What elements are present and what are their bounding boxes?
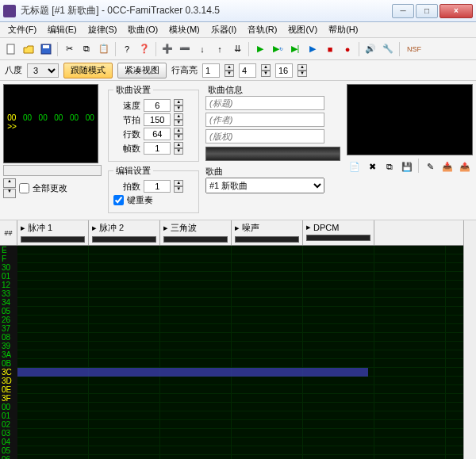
frame-scrollbar-h[interactable] <box>3 165 102 176</box>
tempo-up[interactable]: ▲ <box>174 113 183 120</box>
keyrepeat-label: 键重奏 <box>127 194 153 206</box>
chevron-right-icon: ▸ <box>163 223 168 233</box>
about-icon[interactable]: ? <box>119 41 135 57</box>
paste-icon[interactable]: 📋 <box>96 41 112 57</box>
play-icon[interactable]: ▶ <box>252 41 268 57</box>
menu-song[interactable]: 歌曲(O) <box>123 22 163 37</box>
save-file-icon[interactable] <box>38 41 54 57</box>
menu-track[interactable]: 音轨(R) <box>243 22 282 37</box>
channel-triangle[interactable]: ▸三角波 <box>160 220 232 245</box>
play-row-icon[interactable]: ▶ <box>305 41 321 57</box>
menu-play[interactable]: 旋律(S) <box>83 22 122 37</box>
help-icon[interactable]: ❓ <box>136 41 152 57</box>
frames-input[interactable] <box>144 142 171 155</box>
title-bar: 无标题 [#1 新歌曲] - 0CC-FamiTracker 0.3.14.5 … <box>0 0 476 22</box>
tempo-down[interactable]: ▼ <box>174 120 183 126</box>
copy-icon[interactable]: ⧉ <box>79 41 94 57</box>
song-select[interactable]: #1 新歌曲 <box>205 178 324 193</box>
change-all-label: 全部更改 <box>33 182 67 194</box>
minimize-button[interactable]: ─ <box>392 4 414 18</box>
menu-file[interactable]: 文件(F) <box>3 22 41 37</box>
pattern-editor[interactable]: EF300112333405263708393A0B3C3D0E3F000102… <box>0 246 476 459</box>
hl3-up[interactable]: ▲ <box>298 64 307 71</box>
octave-select[interactable]: 3 <box>27 63 59 78</box>
stop-icon[interactable]: ■ <box>322 41 338 57</box>
play-from-start-icon[interactable]: ▶| <box>287 41 303 57</box>
step-up[interactable]: ▲ <box>174 180 183 186</box>
frame-editor[interactable]: 00 00 00 00 00 00 >> <box>3 84 98 163</box>
duplicate-frame-icon[interactable]: ⇊ <box>229 41 245 57</box>
row-number-header: ## <box>0 220 17 245</box>
chevron-right-icon: ▸ <box>21 223 25 233</box>
keyrepeat-checkbox[interactable] <box>113 195 124 205</box>
record-icon[interactable]: ● <box>340 41 355 57</box>
menu-instrument[interactable]: 乐器(I) <box>206 22 241 37</box>
open-file-icon[interactable] <box>21 41 36 57</box>
frame-inc[interactable]: ▲ <box>3 178 16 188</box>
channel-pulse2[interactable]: ▸脉冲 2 <box>89 220 160 245</box>
channel-noise[interactable]: ▸噪声 <box>232 220 303 245</box>
highlight2-input[interactable] <box>239 63 256 78</box>
instrument-list[interactable] <box>347 84 473 155</box>
speed-label: 速度 <box>113 100 140 112</box>
inst-export-icon[interactable]: 📤 <box>457 159 473 174</box>
rows-down[interactable]: ▼ <box>174 134 183 140</box>
change-all-checkbox[interactable] <box>19 183 29 193</box>
right-column: 📄 ✖ ⧉ 💾 ✎ 📥 📤 <box>347 84 473 216</box>
inst-new-icon[interactable]: 📄 <box>347 159 363 174</box>
remove-frame-icon[interactable]: ➖ <box>177 41 193 57</box>
inst-edit-icon[interactable]: ✎ <box>422 159 438 174</box>
new-file-icon[interactable] <box>3 41 19 57</box>
frames-up[interactable]: ▲ <box>174 142 183 148</box>
song-copyright-input[interactable] <box>205 129 324 143</box>
move-down-icon[interactable]: ↓ <box>194 41 210 57</box>
hl2-down[interactable]: ▼ <box>261 71 271 77</box>
frames-down[interactable]: ▼ <box>174 148 183 155</box>
settings-icon[interactable]: 🔧 <box>380 41 396 57</box>
highlight1-input[interactable] <box>202 63 220 78</box>
pattern-scrollbar-v-top[interactable] <box>463 220 476 246</box>
inst-clone-icon[interactable]: ⧉ <box>382 159 397 174</box>
wav-export-icon[interactable]: 🔊 <box>363 41 378 57</box>
frame-dec[interactable]: ▼ <box>3 189 16 198</box>
close-button[interactable]: × <box>440 4 473 18</box>
follow-mode-button[interactable]: 跟随模式 <box>63 63 113 78</box>
settings-area: 00 00 00 00 00 00 >> ▲ ▼ 全部更改 歌曲设置 速度▲▼ … <box>0 81 476 220</box>
highlight3-input[interactable] <box>275 63 293 78</box>
hl2-up[interactable]: ▲ <box>261 64 271 71</box>
speed-input[interactable] <box>144 99 171 112</box>
channel-dpcm[interactable]: ▸DPCM <box>303 220 374 245</box>
pattern-scrollbar-v[interactable] <box>463 246 476 459</box>
tempo-label: 节拍 <box>113 114 140 126</box>
menu-help[interactable]: 帮助(H) <box>324 22 363 37</box>
speed-down[interactable]: ▼ <box>174 105 183 112</box>
nsf-export-button[interactable]: NSF <box>403 41 425 57</box>
octave-label: 八度 <box>5 64 22 76</box>
rows-input[interactable] <box>144 128 171 140</box>
song-title-input[interactable] <box>205 96 324 110</box>
hl1-down[interactable]: ▼ <box>225 71 234 77</box>
menu-view[interactable]: 视图(V) <box>283 22 322 37</box>
song-author-input[interactable] <box>205 113 324 127</box>
menu-edit[interactable]: 编辑(E) <box>43 22 82 37</box>
play-loop-icon[interactable]: ▶↻ <box>270 41 286 57</box>
maximize-button[interactable]: □ <box>416 4 438 18</box>
channel-pulse1[interactable]: ▸脉冲 1 <box>17 220 89 245</box>
add-frame-icon[interactable]: ➕ <box>159 41 175 57</box>
inst-remove-icon[interactable]: ✖ <box>364 159 380 174</box>
song-select-label: 歌曲 <box>205 166 340 178</box>
rows-up[interactable]: ▲ <box>174 128 183 134</box>
inst-import-icon[interactable]: 📥 <box>440 159 455 174</box>
hl1-up[interactable]: ▲ <box>225 64 234 71</box>
inst-save-icon[interactable]: 💾 <box>399 159 415 174</box>
compact-view-button[interactable]: 紧凑视图 <box>117 63 167 78</box>
menu-module[interactable]: 模块(M) <box>164 22 205 37</box>
move-up-icon[interactable]: ↑ <box>212 41 228 57</box>
hl3-down[interactable]: ▼ <box>298 71 307 77</box>
step-input[interactable] <box>144 180 171 193</box>
tempo-input[interactable] <box>144 113 171 126</box>
step-down[interactable]: ▼ <box>174 186 183 193</box>
cut-icon[interactable]: ✂ <box>61 41 77 57</box>
speed-up[interactable]: ▲ <box>174 99 183 105</box>
pattern-grid[interactable] <box>17 246 463 459</box>
